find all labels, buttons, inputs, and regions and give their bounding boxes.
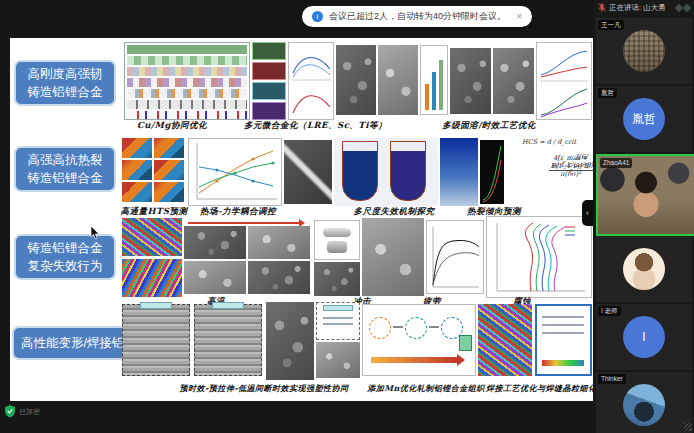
fig-fracture-sems bbox=[184, 218, 312, 296]
fig-sem-pair-1 bbox=[336, 45, 418, 115]
caption-row4-2: 添加Mn优化轧制铝锂合金组织 bbox=[366, 383, 486, 394]
expand-view-icon[interactable] bbox=[676, 5, 690, 11]
info-icon: i bbox=[312, 11, 323, 22]
security-shield-icon bbox=[4, 405, 16, 418]
caption-row2-3: 多尺度失效机制探究 bbox=[342, 206, 446, 218]
participant-tile[interactable]: 胤哲 胤哲 bbox=[596, 86, 692, 152]
avatar bbox=[623, 384, 665, 426]
fig-inset-sem bbox=[316, 342, 360, 378]
fig-alloy-table bbox=[124, 42, 250, 120]
participant-tile[interactable]: Thinker bbox=[596, 372, 692, 433]
participants-sidebar: 正在讲话: 山大勇 王一凡 胤哲 胤哲 ZhaoA41 I 老师 I Think… bbox=[594, 0, 694, 433]
participant-tile[interactable] bbox=[596, 236, 692, 302]
fig-ebsd-maps bbox=[122, 218, 182, 298]
fig-corrosion-curves bbox=[486, 216, 592, 298]
caption-row4-3: 焊接工艺优化与焊缝晶粒细化 bbox=[486, 383, 592, 394]
fig-hcs-formula: HCS = d / d_crit [(6/π)·f_L/(a₀²·β)]^1/3… bbox=[506, 138, 592, 206]
mic-muted-icon bbox=[598, 3, 606, 13]
fig-ct-small bbox=[314, 262, 360, 296]
formula-denominator: 4[ε_max + E(1−f_s)]·E/π(δσ)² bbox=[549, 153, 592, 178]
notification-toast: i 会议已超过2人，自动转为40分钟限时会议。 × bbox=[302, 6, 532, 27]
fig-micrograph-strip bbox=[252, 42, 286, 120]
resize-grip[interactable] bbox=[684, 423, 692, 431]
sidebar-collapse-handle[interactable]: ‹ bbox=[582, 200, 593, 226]
theme-label-2: 高强高抗热裂 铸造铝锂合金 bbox=[14, 146, 116, 192]
close-icon[interactable]: × bbox=[516, 11, 522, 22]
fig-sem-pair-2 bbox=[450, 48, 534, 114]
fig-rolled-sheets bbox=[122, 302, 264, 378]
fig-3d-parts bbox=[314, 220, 360, 260]
formula-line1: HCS = d / d_crit bbox=[506, 138, 592, 146]
fig-ct-large bbox=[362, 218, 424, 296]
fig-mini-bars bbox=[420, 45, 448, 115]
participant-tile-active-speaker[interactable]: ZhaoA41 bbox=[596, 154, 694, 236]
theme-label-1: 高刚度高强韧 铸造铝锂合金 bbox=[14, 60, 116, 106]
avatar bbox=[623, 248, 665, 290]
fig-deformed-sem bbox=[266, 302, 314, 380]
avatar bbox=[623, 30, 665, 72]
participant-name-badge: ZhaoA41 bbox=[600, 158, 632, 168]
fig-hts-heatmaps bbox=[122, 138, 186, 204]
security-badge[interactable]: 已加密 bbox=[4, 405, 40, 418]
avatar: 胤哲 bbox=[623, 98, 665, 140]
participant-name-badge: 胤哲 bbox=[598, 88, 617, 98]
fig-aging-curves bbox=[288, 42, 334, 120]
participant-tile[interactable]: 王一凡 bbox=[596, 18, 692, 84]
security-text: 已加密 bbox=[19, 407, 40, 417]
fig-weld-panel bbox=[478, 304, 592, 376]
speaker-bar: 正在讲话: 山大勇 bbox=[594, 0, 694, 16]
notification-text: 会议已超过2人，自动转为40分钟限时会议。 bbox=[329, 10, 506, 23]
caption-row1-1: Cu/Mg协同优化 bbox=[124, 120, 220, 132]
caption-row2-1: 高通量HTS预测 bbox=[120, 206, 188, 218]
caption-row4-1: 预时效-预拉伸-低温间断时效实现强塑性协同 bbox=[160, 383, 368, 394]
fig-casting-simulation bbox=[334, 138, 438, 206]
mouse-cursor bbox=[90, 226, 100, 240]
fig-property-plots bbox=[536, 42, 592, 120]
participant-name-badge: I 老师 bbox=[598, 306, 621, 316]
speaker-bar-text: 正在讲话: 山大勇 bbox=[609, 3, 673, 13]
caption-row1-2: 多元微合金化（LRE、Sc、Ti等） bbox=[244, 120, 380, 132]
theme-label-3: 铸造铝锂合金 复杂失效行为 bbox=[14, 234, 116, 280]
fig-black-curves bbox=[480, 140, 504, 204]
fig-mold-contour bbox=[440, 138, 478, 206]
avatar: I bbox=[623, 316, 665, 358]
meeting-window: i 会议已超过2人，自动转为40分钟限时会议。 × 高刚度高强韧 铸造铝锂合金 … bbox=[0, 0, 694, 433]
participant-tile[interactable]: I 老师 I bbox=[596, 304, 692, 370]
fig-fatigue-plot bbox=[426, 220, 484, 294]
fig-dashed-inset bbox=[316, 302, 360, 340]
participant-name-badge: Thinker bbox=[598, 374, 626, 384]
caption-row2-2: 热场-力学耦合调控 bbox=[188, 206, 288, 218]
caption-row1-3: 多级固溶/时效工艺优化 bbox=[434, 120, 544, 132]
fig-coupling-scatter bbox=[188, 138, 282, 206]
fig-sem-diagonal bbox=[284, 140, 332, 204]
participant-name-badge: 王一凡 bbox=[598, 20, 624, 30]
shared-slide: 高刚度高强韧 铸造铝锂合金 高强高抗热裂 铸造铝锂合金 铸造铝锂合金 复杂失效行… bbox=[10, 38, 593, 401]
fig-process-flow bbox=[362, 304, 476, 376]
